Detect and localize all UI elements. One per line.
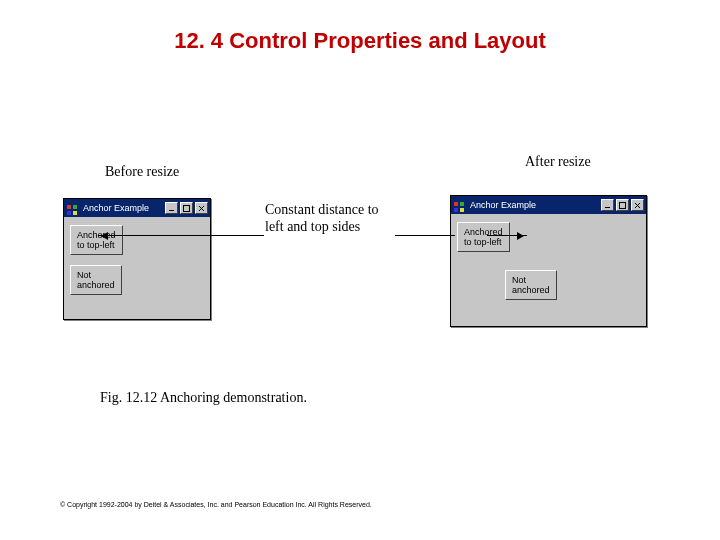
close-icon[interactable] [195, 202, 208, 214]
window-title: Anchor Example [467, 200, 599, 210]
label-before: Before resize [105, 164, 179, 180]
arrow-right-tail [395, 235, 455, 236]
window-before: Anchor Example Anchored to top-left Not … [63, 198, 211, 320]
label-after: After resize [525, 154, 591, 170]
arrow-right [487, 235, 527, 236]
svg-rect-10 [454, 208, 458, 212]
arrow-left [98, 235, 264, 236]
not-anchored-button[interactable]: Not anchored [505, 270, 557, 300]
minimize-icon[interactable] [165, 202, 178, 214]
app-icon [453, 199, 465, 211]
svg-rect-11 [460, 208, 464, 212]
close-icon[interactable] [631, 199, 644, 211]
svg-rect-2 [67, 211, 71, 215]
anchored-button[interactable]: Anchored to top-left [457, 222, 510, 252]
maximize-icon[interactable] [616, 199, 629, 211]
anchored-button[interactable]: Anchored to top-left [70, 225, 123, 255]
annotation: Constant distance to left and top sides [265, 201, 395, 235]
svg-rect-9 [460, 202, 464, 206]
minimize-icon[interactable] [601, 199, 614, 211]
svg-rect-1 [73, 205, 77, 209]
window-title: Anchor Example [80, 203, 163, 213]
titlebar: Anchor Example [451, 196, 646, 214]
figure-caption: Fig. 12.12 Anchoring demonstration. [100, 390, 307, 406]
copyright: © Copyright 1992-2004 by Deitel & Associ… [60, 501, 372, 508]
svg-rect-3 [73, 211, 77, 215]
page-title: 12. 4 Control Properties and Layout [0, 28, 720, 54]
svg-rect-0 [67, 205, 71, 209]
svg-rect-13 [620, 202, 626, 208]
svg-rect-5 [184, 205, 190, 211]
maximize-icon[interactable] [180, 202, 193, 214]
app-icon [66, 202, 78, 214]
titlebar: Anchor Example [64, 199, 210, 217]
svg-rect-8 [454, 202, 458, 206]
not-anchored-button[interactable]: Not anchored [70, 265, 122, 295]
window-after: Anchor Example Anchored to top-left Not … [450, 195, 647, 327]
